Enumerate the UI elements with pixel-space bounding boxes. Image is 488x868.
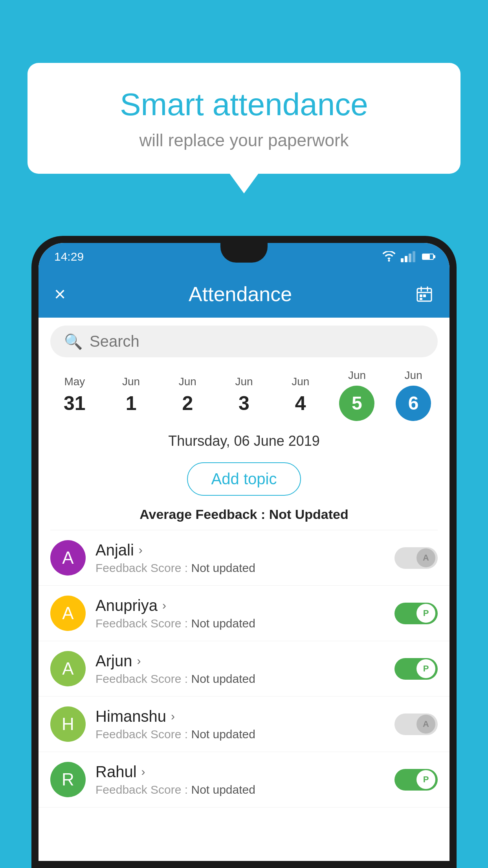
svg-rect-5 [420, 294, 422, 297]
app-bar: × Attendance [39, 270, 449, 318]
student-avatar: A [50, 596, 86, 631]
attendance-toggle[interactable]: P [394, 603, 438, 624]
student-feedback: Feedback Score : Not updated [95, 561, 385, 575]
student-info: Rahul ›Feedback Score : Not updated [95, 763, 385, 796]
student-feedback: Feedback Score : Not updated [95, 617, 385, 630]
svg-rect-7 [420, 298, 422, 300]
student-feedback: Feedback Score : Not updated [95, 728, 385, 741]
student-avatar: H [50, 706, 86, 742]
calendar-day-5[interactable]: Jun5 [329, 369, 385, 421]
student-item[interactable]: AAnupriya ›Feedback Score : Not updatedP [39, 586, 449, 641]
student-info: Himanshu ›Feedback Score : Not updated [95, 708, 385, 741]
battery-icon [422, 254, 434, 260]
attendance-toggle[interactable]: P [394, 658, 438, 680]
wifi-icon [382, 251, 396, 262]
speech-bubble-subtitle: will replace your paperwork [59, 131, 429, 150]
student-name: Anjali › [95, 541, 385, 559]
status-time: 14:29 [54, 250, 84, 263]
svg-rect-6 [423, 294, 426, 297]
add-topic-button[interactable]: Add topic [187, 462, 301, 496]
speech-bubble-title: Smart attendance [59, 86, 429, 123]
phone-inner: 14:29 [39, 243, 449, 861]
student-name: Anupriya › [95, 597, 385, 614]
student-item[interactable]: AAnjali ›Feedback Score : Not updatedA [39, 530, 449, 586]
student-item[interactable]: AArjun ›Feedback Score : Not updatedP [39, 641, 449, 697]
attendance-toggle[interactable]: P [394, 769, 438, 791]
student-info: Anjali ›Feedback Score : Not updated [95, 541, 385, 575]
avg-feedback-value: Not Updated [269, 507, 349, 522]
calendar-strip: May31Jun1Jun2Jun3Jun4Jun5Jun6 [39, 365, 449, 425]
phone-notch [220, 243, 268, 263]
student-name: Rahul › [95, 763, 385, 781]
chevron-right-icon: › [139, 543, 143, 557]
student-info: Anupriya ›Feedback Score : Not updated [95, 597, 385, 630]
calendar-day-2[interactable]: Jun2 [159, 375, 216, 415]
speech-bubble-container: Smart attendance will replace your paper… [28, 63, 460, 174]
student-feedback: Feedback Score : Not updated [95, 783, 385, 796]
svg-point-0 [388, 260, 390, 262]
phone-frame: 14:29 [31, 236, 457, 868]
avg-feedback-label: Average Feedback : [139, 507, 265, 522]
signal-icon [401, 251, 415, 262]
status-icons [382, 251, 434, 262]
close-button[interactable]: × [54, 283, 66, 305]
student-name: Himanshu › [95, 708, 385, 725]
search-container[interactable]: 🔍 [50, 326, 438, 357]
date-info: Thursday, 06 June 2019 [39, 425, 449, 455]
chevron-right-icon: › [171, 710, 175, 723]
speech-bubble: Smart attendance will replace your paper… [28, 63, 460, 174]
student-info: Arjun ›Feedback Score : Not updated [95, 652, 385, 686]
student-avatar: A [50, 540, 86, 576]
calendar-icon[interactable] [415, 285, 434, 303]
calendar-day-0[interactable]: May31 [46, 375, 103, 415]
student-item[interactable]: HHimanshu ›Feedback Score : Not updatedA [39, 697, 449, 752]
student-item[interactable]: RRahul ›Feedback Score : Not updatedP [39, 752, 449, 807]
chevron-right-icon: › [137, 654, 141, 668]
calendar-day-3[interactable]: Jun3 [216, 375, 272, 415]
app-title: Attendance [189, 282, 292, 306]
attendance-toggle[interactable]: A [394, 714, 438, 735]
calendar-day-6[interactable]: Jun6 [385, 369, 442, 421]
student-avatar: R [50, 762, 86, 797]
student-feedback: Feedback Score : Not updated [95, 672, 385, 686]
selected-date-text: Thursday, 06 June 2019 [168, 433, 320, 449]
search-icon: 🔍 [64, 333, 83, 350]
search-input[interactable] [90, 333, 424, 350]
chevron-right-icon: › [141, 765, 145, 778]
student-avatar: A [50, 651, 86, 686]
student-list: AAnjali ›Feedback Score : Not updatedAAA… [39, 530, 449, 807]
student-name: Arjun › [95, 652, 385, 670]
calendar-day-4[interactable]: Jun4 [272, 375, 329, 415]
calendar-day-1[interactable]: Jun1 [103, 375, 160, 415]
attendance-toggle[interactable]: A [394, 547, 438, 569]
status-bar: 14:29 [39, 243, 449, 270]
chevron-right-icon: › [162, 599, 166, 612]
avg-feedback: Average Feedback : Not Updated [39, 503, 449, 530]
